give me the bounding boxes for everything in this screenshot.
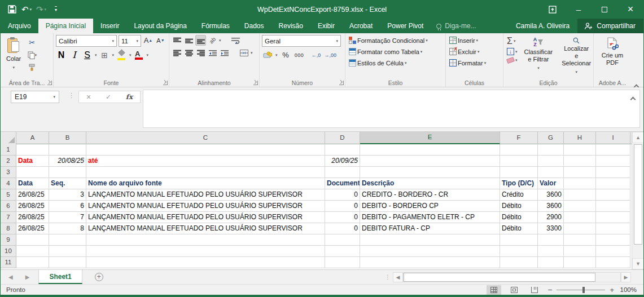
tab-scroll-splitter[interactable]: ⋮ xyxy=(385,270,393,284)
cell-I10[interactable] xyxy=(596,246,630,257)
cell-B2[interactable]: 20/08/25 xyxy=(49,156,86,167)
cancel-icon[interactable]: × xyxy=(86,92,91,101)
cell-F3[interactable] xyxy=(500,167,538,178)
cell-I4[interactable] xyxy=(596,178,630,189)
cell-E10[interactable] xyxy=(360,246,500,257)
cell-G2[interactable] xyxy=(538,156,564,167)
tab-arquivo[interactable]: Arquivo xyxy=(1,19,38,33)
cell-I9[interactable] xyxy=(596,234,630,246)
cell-F6[interactable]: Débito xyxy=(500,201,538,212)
cell-H6[interactable] xyxy=(564,201,596,212)
cell-C7[interactable]: LANÇAMENTO MANUAL EFETUADO PELO USUÁRIO … xyxy=(86,212,325,223)
account-name[interactable]: Camila A. Oliveira xyxy=(508,19,577,33)
accounting-dd[interactable]: ▾ xyxy=(275,53,278,57)
cell-I3[interactable] xyxy=(596,167,630,178)
fill-color-dd[interactable]: ▾ xyxy=(129,53,132,57)
bold-button[interactable]: N xyxy=(56,50,67,60)
vertical-scrollbar[interactable]: ▲ ▼ xyxy=(632,132,644,269)
cell-A10[interactable] xyxy=(16,246,49,257)
fill-button[interactable]: ↓▾ xyxy=(506,47,519,56)
cell-H5[interactable] xyxy=(564,189,596,201)
cut-icon[interactable]: ✂ xyxy=(27,37,37,48)
prev-sheet-icon[interactable]: ◀ xyxy=(8,274,13,280)
decrease-decimal-button[interactable]: →,00 xyxy=(325,50,337,60)
maximize-button[interactable] xyxy=(592,0,617,19)
cell-H4[interactable] xyxy=(564,178,596,189)
cell-E11[interactable] xyxy=(360,257,500,268)
cell-C9[interactable] xyxy=(86,234,325,246)
row-header-9[interactable]: 9 xyxy=(1,234,16,246)
cell-B1[interactable] xyxy=(49,144,86,156)
orientation-dd[interactable]: ▾ xyxy=(219,38,221,43)
collapse-formula-bar-icon[interactable] xyxy=(631,94,635,104)
row-header-2[interactable]: 2 xyxy=(1,156,16,167)
cell-H9[interactable] xyxy=(564,234,596,246)
column-header-B[interactable]: B xyxy=(49,132,86,144)
tab-power-pivot[interactable]: Power Pivot xyxy=(380,19,431,33)
column-header-H[interactable]: H xyxy=(564,132,596,144)
cell-A1[interactable] xyxy=(16,144,49,156)
cell-G1[interactable] xyxy=(538,144,564,156)
clipboard-dialog-launcher[interactable] xyxy=(47,81,52,85)
conditional-formatting-button[interactable]: Formatação Condicional▾ xyxy=(348,36,429,45)
cell-D9[interactable] xyxy=(325,234,360,246)
column-header-I[interactable]: I xyxy=(596,132,630,144)
number-dialog-launcher[interactable] xyxy=(339,81,344,85)
cell-C8[interactable]: LANÇAMENTO MANUAL EFETUADO PELO USUÁRIO … xyxy=(86,223,325,234)
autosum-button[interactable]: Σ▾ xyxy=(506,36,519,46)
cell-B4[interactable]: Seq. xyxy=(49,178,86,189)
align-middle-icon[interactable] xyxy=(183,35,194,46)
cell-C4[interactable]: Nome do arquivo fonte xyxy=(86,178,325,189)
cell-E5[interactable]: CREDITO - BORDERO - CR xyxy=(360,189,500,201)
delete-cells-button[interactable]: ✗ Excluir▾ xyxy=(448,47,487,56)
paste-button[interactable]: Colar▾ xyxy=(3,35,24,78)
font-color-dd[interactable]: ▾ xyxy=(147,53,149,57)
cell-F8[interactable]: Débito xyxy=(500,223,538,234)
cell-H11[interactable] xyxy=(564,257,596,268)
name-box-dd[interactable]: ▾ xyxy=(53,95,55,99)
cell-C10[interactable] xyxy=(86,246,325,257)
enter-icon[interactable]: ✓ xyxy=(106,93,111,101)
cell-H10[interactable] xyxy=(564,246,596,257)
cell-E3[interactable] xyxy=(360,167,500,178)
insert-function-icon[interactable]: fx xyxy=(126,93,133,101)
row-header-7[interactable]: 7 xyxy=(1,212,16,223)
scroll-left-icon[interactable]: ◀ xyxy=(393,272,403,282)
cell-D1[interactable] xyxy=(325,144,360,156)
cell-A4[interactable]: Data xyxy=(16,178,49,189)
cell-A2[interactable]: Data xyxy=(16,156,49,167)
font-name-combo[interactable]: Calibri▾ xyxy=(56,35,117,47)
cell-D5[interactable]: 0 xyxy=(325,189,360,201)
format-cells-button[interactable]: Formatar▾ xyxy=(448,59,487,67)
share-button[interactable]: Compartilhar xyxy=(577,19,643,33)
cell-G5[interactable]: 3600 xyxy=(538,189,564,201)
underline-button[interactable]: S xyxy=(82,50,93,60)
align-left-icon[interactable] xyxy=(172,47,182,58)
zoom-slider-thumb[interactable] xyxy=(582,287,585,293)
cell-G9[interactable] xyxy=(538,234,564,246)
cell-C2[interactable]: até xyxy=(86,156,325,167)
row-header-8[interactable]: 8 xyxy=(1,223,16,234)
cell-D10[interactable] xyxy=(325,246,360,257)
accounting-format-icon[interactable] xyxy=(262,50,273,60)
column-header-E[interactable]: E xyxy=(360,132,500,144)
decrease-font-icon[interactable]: A▼ xyxy=(155,35,166,46)
formula-input[interactable] xyxy=(143,90,640,128)
borders-dd[interactable]: ▾ xyxy=(112,53,115,57)
zoom-out-icon[interactable]: − xyxy=(547,285,552,294)
insert-cells-button[interactable]: ← Inserir▾ xyxy=(448,36,487,45)
cell-F7[interactable]: Débito xyxy=(500,212,538,223)
create-pdf-button[interactable]: Crie um PDF xyxy=(596,35,629,78)
next-sheet-icon[interactable]: ▶ xyxy=(25,274,30,280)
formula-bar-grip[interactable]: ⋮ xyxy=(68,92,75,99)
underline-dd[interactable]: ▾ xyxy=(95,53,97,57)
format-painter-icon[interactable] xyxy=(27,62,37,73)
zoom-level[interactable]: 100% xyxy=(619,286,637,293)
tab-inserir[interactable]: Inserir xyxy=(93,19,126,33)
cell-D6[interactable]: 0 xyxy=(325,201,360,212)
zoom-in-icon[interactable]: + xyxy=(610,286,614,294)
merge-center-icon[interactable] xyxy=(239,47,249,58)
horizontal-scroll-thumb[interactable] xyxy=(404,273,595,282)
row-header-4[interactable]: 4 xyxy=(1,178,16,189)
cell-G6[interactable]: 3600 xyxy=(538,201,564,212)
